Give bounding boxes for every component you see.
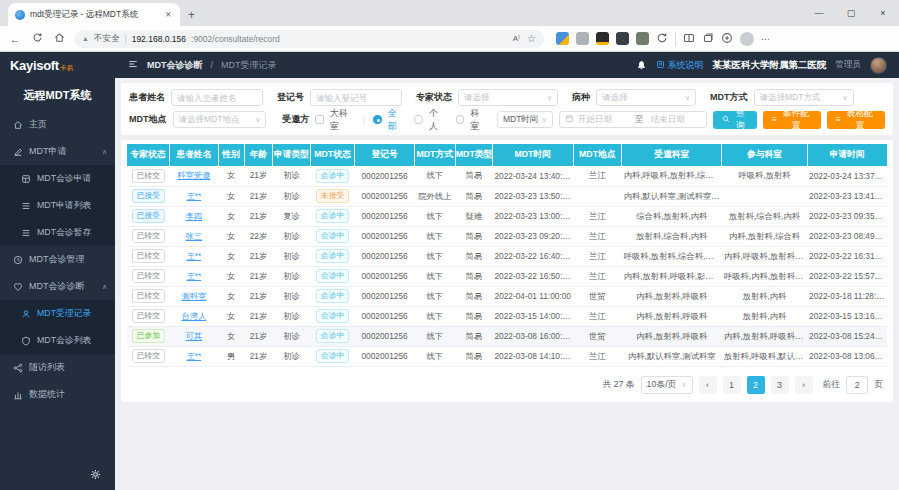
table-row[interactable]: 已接受李四女21岁复诊会诊中0002001256线下疑难2022-03-23 1… <box>127 206 887 226</box>
patient-name-link[interactable]: 可其 <box>186 331 203 341</box>
url-field[interactable]: ▲ 不安全 | 192.168.0.156:9002/consultate/re… <box>74 30 544 48</box>
table-row[interactable]: 已转交科室受邀女21岁初诊会诊中0002001256线下简易2022-03-24… <box>127 166 887 186</box>
window-maximize-icon[interactable]: ▢ <box>835 0 867 26</box>
window-controls: — ▢ × <box>803 0 899 26</box>
window-close-icon[interactable]: × <box>867 0 899 26</box>
mdt-place-select[interactable]: 请选择MDT地点∨ <box>173 111 267 128</box>
browser-tab[interactable]: mdt受理记录 - 远程MDT系统 × <box>8 3 180 26</box>
sidebar-item-3[interactable]: MDT会诊诊断∧ <box>0 273 115 300</box>
table-row[interactable]: 已转交台湾人女21岁初诊会诊中0002001256线下简易2022-03-15 … <box>127 306 887 326</box>
sidebar-item-5[interactable]: 数据统计 <box>0 381 115 408</box>
chevron-down-icon: ∨ <box>685 94 690 102</box>
extension-icon-4[interactable] <box>616 32 629 45</box>
extension-icon-1[interactable] <box>556 32 569 45</box>
browser-home-icon[interactable] <box>52 32 66 45</box>
prev-page-button[interactable]: ‹ <box>699 376 717 394</box>
page-size-select[interactable]: 10条/页∨ <box>641 376 693 394</box>
sidebar-subitem-label: MDT申请列表 <box>37 200 91 212</box>
table-cell: 线下 <box>414 306 455 326</box>
settings-gear-icon[interactable] <box>90 469 101 482</box>
patient-name-link[interactable]: 科室受邀 <box>177 170 210 180</box>
sidebar-item-4[interactable]: 随访列表 <box>0 354 115 381</box>
next-page-button[interactable]: › <box>795 376 813 394</box>
radio-personal[interactable] <box>414 115 423 124</box>
table-cell: 2022-04-01 11:00:00 <box>492 286 573 306</box>
patient-name-link[interactable]: 王** <box>186 271 201 281</box>
sidebar-subitem-1-1[interactable]: MDT申请列表 <box>0 192 115 219</box>
patient-name-link[interactable]: 测科室 <box>181 291 206 301</box>
reload-icon[interactable] <box>30 32 44 45</box>
sidebar-subitem-1-0[interactable]: MDT会诊申请 <box>0 165 115 192</box>
split-screen-icon[interactable] <box>683 32 695 46</box>
table-cell: 女 <box>218 166 244 186</box>
table-cell: 简易 <box>455 166 492 186</box>
table-cell: 内科,放射科,呼吸科,影像科 <box>622 266 722 286</box>
goto-page-input[interactable]: 2 <box>846 376 868 394</box>
patient-name-link[interactable]: 张三 <box>186 231 203 241</box>
table-row[interactable]: 已转交王**女21岁初诊会诊中0002001256线下简易2022-03-22 … <box>127 246 887 266</box>
radio-all[interactable] <box>373 115 382 124</box>
settings-more-icon[interactable]: ⋯ <box>761 34 770 44</box>
table-cell: 简易 <box>455 266 492 286</box>
table-row[interactable]: 已参加可其女21岁初诊会诊中0002001256线下简易2022-03-08 1… <box>127 326 887 346</box>
table-row[interactable]: 已转交王**女21岁初诊会诊中0002001256线下简易2022-03-22 … <box>127 266 887 286</box>
extension-icon-3[interactable] <box>596 32 609 45</box>
user-avatar[interactable] <box>870 57 887 74</box>
sidebar-subitem-3-1[interactable]: MDT会诊列表 <box>0 327 115 354</box>
disease-select[interactable]: 请选择∨ <box>596 89 696 106</box>
table-cell: 简易 <box>455 286 492 306</box>
sidebar-subitem-1-2[interactable]: MDT会诊暂存 <box>0 219 115 246</box>
sidebar-subitem-3-0[interactable]: MDT受理记录 <box>0 300 115 327</box>
expert-status-select[interactable]: 请选择∨ <box>458 89 558 106</box>
sync-icon[interactable] <box>656 32 668 46</box>
table-cell: 院外线上 <box>414 186 455 206</box>
patient-name-link[interactable]: 王** <box>186 351 201 361</box>
date-range-picker[interactable]: 开始日期 至 结束日期 <box>559 111 707 128</box>
table-cell: 放射科,呼吸科,默认科室,测... <box>722 346 807 366</box>
patient-name-link[interactable]: 王** <box>186 251 201 261</box>
page-button-2[interactable]: 2 <box>747 376 765 394</box>
page-button-1[interactable]: 1 <box>723 376 741 394</box>
patient-name-link[interactable]: 台湾人 <box>181 311 206 321</box>
system-help-link[interactable]: 系统说明 <box>656 59 704 72</box>
time-type-select[interactable]: MDT时间∨ <box>497 111 553 128</box>
mdt-mode-select[interactable]: 请选择MDT方式∨ <box>754 89 854 106</box>
table-cell: 2022-03-08 15:24:58 <box>807 326 887 346</box>
sidebar-item-2[interactable]: MDT会诊管理 <box>0 246 115 273</box>
search-button[interactable]: 查询 <box>713 111 758 129</box>
mdt-status-badge: 未接受 <box>316 189 349 203</box>
new-tab-button[interactable]: + <box>188 8 195 22</box>
register-no-input[interactable] <box>310 89 402 106</box>
table-row[interactable]: 已转交张三女22岁初诊会诊中0002001256线下简易2022-03-23 0… <box>127 226 887 246</box>
browser-essentials-icon[interactable] <box>721 32 733 46</box>
patient-name-input[interactable] <box>171 89 263 106</box>
table-cell: 2022-03-08 14:10:00 <box>492 346 573 366</box>
radio-dept[interactable] <box>456 115 465 124</box>
table-cell: 女 <box>218 246 244 266</box>
back-icon[interactable]: ← <box>8 33 22 45</box>
clock-icon <box>12 254 23 265</box>
extension-icon-2[interactable] <box>576 32 589 45</box>
notification-bell-icon[interactable] <box>636 59 647 72</box>
table-config-button[interactable]: ≡表格配置 <box>827 111 885 129</box>
favorite-star-icon[interactable]: ☆ <box>527 33 536 44</box>
collapse-menu-icon[interactable] <box>127 59 139 71</box>
window-minimize-icon[interactable]: — <box>803 0 835 26</box>
big-dept-checkbox[interactable] <box>315 115 324 124</box>
sidebar-item-0[interactable]: 主页 <box>0 111 115 138</box>
table-row[interactable]: 已转交测科室女21岁初诊会诊中0002001256线下简易2022-04-01 … <box>127 286 887 306</box>
patient-name-link[interactable]: 王** <box>186 191 201 201</box>
patient-name-link[interactable]: 李四 <box>186 211 203 221</box>
table-row[interactable]: 已转交王**男21岁初诊会诊中0002001256线下简易2022-03-08 … <box>127 346 887 366</box>
table-cell: 会诊中 <box>310 326 355 346</box>
condition-config-button[interactable]: ≡条件配置 <box>763 111 821 129</box>
page-button-3[interactable]: 3 <box>771 376 789 394</box>
table-row[interactable]: 已接受王**女21岁初诊未接受0002001256院外线上简易2022-03-2… <box>127 186 887 206</box>
read-aloud-icon[interactable]: A⁾ <box>513 34 520 43</box>
tab-close-icon[interactable]: × <box>163 9 173 20</box>
sidebar-item-1[interactable]: MDT申请∧ <box>0 138 115 165</box>
browser-profile-avatar[interactable] <box>740 32 754 46</box>
collections-icon[interactable] <box>702 32 714 46</box>
extension-icon-5[interactable] <box>636 32 649 45</box>
table-cell: 21岁 <box>244 266 273 286</box>
